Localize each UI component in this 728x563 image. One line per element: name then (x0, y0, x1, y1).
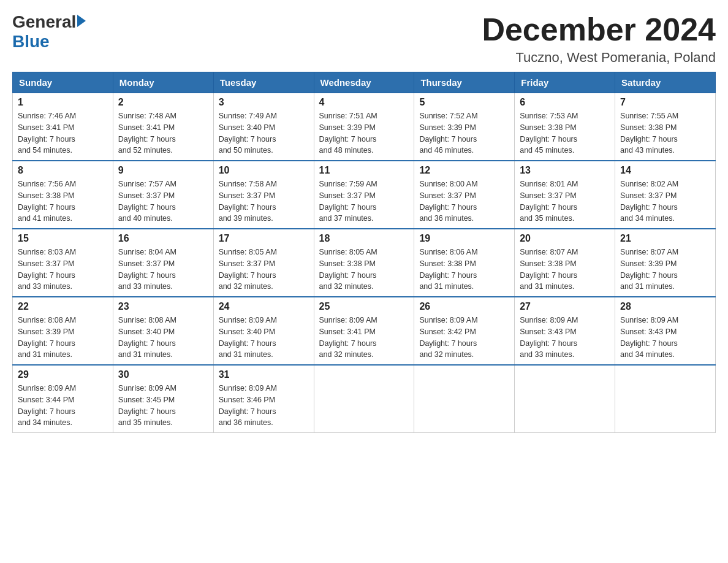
day-info: Sunrise: 8:02 AMSunset: 3:37 PMDaylight:… (620, 178, 710, 224)
calendar-cell: 7Sunrise: 7:55 AMSunset: 3:38 PMDaylight… (615, 93, 716, 161)
day-number: 15 (18, 233, 108, 244)
calendar-cell (314, 365, 414, 433)
day-info: Sunrise: 8:08 AMSunset: 3:39 PMDaylight:… (18, 315, 108, 361)
day-info: Sunrise: 8:05 AMSunset: 3:37 PMDaylight:… (219, 247, 309, 293)
calendar-cell: 12Sunrise: 8:00 AMSunset: 3:37 PMDayligh… (414, 161, 515, 229)
day-info: Sunrise: 8:00 AMSunset: 3:37 PMDaylight:… (419, 178, 509, 224)
calendar-cell: 11Sunrise: 7:59 AMSunset: 3:37 PMDayligh… (314, 161, 414, 229)
day-info: Sunrise: 7:48 AMSunset: 3:41 PMDaylight:… (118, 110, 208, 156)
calendar-cell: 14Sunrise: 8:02 AMSunset: 3:37 PMDayligh… (615, 161, 716, 229)
day-info: Sunrise: 8:09 AMSunset: 3:41 PMDaylight:… (319, 315, 409, 361)
calendar-header-row: SundayMondayTuesdayWednesdayThursdayFrid… (13, 72, 716, 93)
calendar-cell: 29Sunrise: 8:09 AMSunset: 3:44 PMDayligh… (13, 365, 113, 433)
day-number: 8 (18, 165, 108, 176)
day-number: 6 (520, 97, 610, 108)
page-header: General Blue December 2024 Tuczno, West … (12, 12, 716, 66)
calendar-cell (414, 365, 515, 433)
day-number: 3 (219, 97, 309, 108)
calendar-cell: 17Sunrise: 8:05 AMSunset: 3:37 PMDayligh… (213, 229, 314, 297)
day-info: Sunrise: 8:09 AMSunset: 3:43 PMDaylight:… (620, 315, 710, 361)
day-info: Sunrise: 7:51 AMSunset: 3:39 PMDaylight:… (319, 110, 409, 156)
month-title: December 2024 (482, 12, 716, 47)
calendar-header-friday: Friday (515, 72, 615, 93)
day-info: Sunrise: 7:59 AMSunset: 3:37 PMDaylight:… (319, 178, 409, 224)
day-info: Sunrise: 8:05 AMSunset: 3:38 PMDaylight:… (319, 247, 409, 293)
day-number: 24 (219, 301, 309, 312)
day-number: 22 (18, 301, 108, 312)
calendar-header-thursday: Thursday (414, 72, 515, 93)
calendar-week-row: 22Sunrise: 8:08 AMSunset: 3:39 PMDayligh… (13, 297, 716, 365)
day-info: Sunrise: 8:07 AMSunset: 3:38 PMDaylight:… (520, 247, 610, 293)
day-number: 13 (520, 165, 610, 176)
day-number: 7 (620, 97, 710, 108)
day-info: Sunrise: 7:52 AMSunset: 3:39 PMDaylight:… (419, 110, 509, 156)
calendar-cell (615, 365, 716, 433)
day-number: 11 (319, 165, 409, 176)
logo: General Blue (12, 12, 86, 52)
calendar-cell: 10Sunrise: 7:58 AMSunset: 3:37 PMDayligh… (213, 161, 314, 229)
calendar-week-row: 15Sunrise: 8:03 AMSunset: 3:37 PMDayligh… (13, 229, 716, 297)
day-number: 10 (219, 165, 309, 176)
day-number: 14 (620, 165, 710, 176)
day-number: 16 (118, 233, 208, 244)
day-number: 18 (319, 233, 409, 244)
calendar-cell: 27Sunrise: 8:09 AMSunset: 3:43 PMDayligh… (515, 297, 615, 365)
day-number: 26 (419, 301, 509, 312)
calendar-cell: 8Sunrise: 7:56 AMSunset: 3:38 PMDaylight… (13, 161, 113, 229)
calendar-cell: 1Sunrise: 7:46 AMSunset: 3:41 PMDaylight… (13, 93, 113, 161)
day-info: Sunrise: 8:09 AMSunset: 3:45 PMDaylight:… (118, 383, 208, 429)
calendar-cell: 13Sunrise: 8:01 AMSunset: 3:37 PMDayligh… (515, 161, 615, 229)
day-info: Sunrise: 7:46 AMSunset: 3:41 PMDaylight:… (18, 110, 108, 156)
day-number: 28 (620, 301, 710, 312)
calendar-cell: 18Sunrise: 8:05 AMSunset: 3:38 PMDayligh… (314, 229, 414, 297)
day-number: 9 (118, 165, 208, 176)
calendar-cell: 31Sunrise: 8:09 AMSunset: 3:46 PMDayligh… (213, 365, 314, 433)
day-number: 30 (118, 369, 208, 380)
day-number: 4 (319, 97, 409, 108)
calendar-header-wednesday: Wednesday (314, 72, 414, 93)
title-area: December 2024 Tuczno, West Pomerania, Po… (482, 12, 716, 66)
day-number: 12 (419, 165, 509, 176)
location-title: Tuczno, West Pomerania, Poland (482, 50, 716, 66)
day-info: Sunrise: 8:01 AMSunset: 3:37 PMDaylight:… (520, 178, 610, 224)
calendar-cell: 5Sunrise: 7:52 AMSunset: 3:39 PMDaylight… (414, 93, 515, 161)
day-number: 17 (219, 233, 309, 244)
calendar-header-tuesday: Tuesday (213, 72, 314, 93)
calendar-cell: 28Sunrise: 8:09 AMSunset: 3:43 PMDayligh… (615, 297, 716, 365)
day-info: Sunrise: 7:53 AMSunset: 3:38 PMDaylight:… (520, 110, 610, 156)
calendar-header-monday: Monday (113, 72, 213, 93)
calendar-cell: 3Sunrise: 7:49 AMSunset: 3:40 PMDaylight… (213, 93, 314, 161)
day-info: Sunrise: 7:49 AMSunset: 3:40 PMDaylight:… (219, 110, 309, 156)
calendar-cell: 24Sunrise: 8:09 AMSunset: 3:40 PMDayligh… (213, 297, 314, 365)
day-info: Sunrise: 7:57 AMSunset: 3:37 PMDaylight:… (118, 178, 208, 224)
calendar-cell: 19Sunrise: 8:06 AMSunset: 3:38 PMDayligh… (414, 229, 515, 297)
day-number: 23 (118, 301, 208, 312)
day-info: Sunrise: 7:55 AMSunset: 3:38 PMDaylight:… (620, 110, 710, 156)
calendar-cell: 22Sunrise: 8:08 AMSunset: 3:39 PMDayligh… (13, 297, 113, 365)
day-info: Sunrise: 8:09 AMSunset: 3:44 PMDaylight:… (18, 383, 108, 429)
calendar-cell: 21Sunrise: 8:07 AMSunset: 3:39 PMDayligh… (615, 229, 716, 297)
day-info: Sunrise: 8:09 AMSunset: 3:43 PMDaylight:… (520, 315, 610, 361)
day-number: 31 (219, 369, 309, 380)
calendar-cell: 30Sunrise: 8:09 AMSunset: 3:45 PMDayligh… (113, 365, 213, 433)
calendar-header-sunday: Sunday (13, 72, 113, 93)
calendar-table: SundayMondayTuesdayWednesdayThursdayFrid… (12, 72, 716, 433)
day-number: 29 (18, 369, 108, 380)
day-info: Sunrise: 8:04 AMSunset: 3:37 PMDaylight:… (118, 247, 208, 293)
calendar-cell: 25Sunrise: 8:09 AMSunset: 3:41 PMDayligh… (314, 297, 414, 365)
day-number: 25 (319, 301, 409, 312)
calendar-cell: 9Sunrise: 7:57 AMSunset: 3:37 PMDaylight… (113, 161, 213, 229)
day-info: Sunrise: 8:07 AMSunset: 3:39 PMDaylight:… (620, 247, 710, 293)
calendar-header-saturday: Saturday (615, 72, 716, 93)
logo-triangle-icon (77, 15, 86, 27)
calendar-cell: 26Sunrise: 8:09 AMSunset: 3:42 PMDayligh… (414, 297, 515, 365)
day-info: Sunrise: 7:56 AMSunset: 3:38 PMDaylight:… (18, 178, 108, 224)
calendar-cell: 4Sunrise: 7:51 AMSunset: 3:39 PMDaylight… (314, 93, 414, 161)
day-number: 21 (620, 233, 710, 244)
calendar-cell: 20Sunrise: 8:07 AMSunset: 3:38 PMDayligh… (515, 229, 615, 297)
calendar-cell: 23Sunrise: 8:08 AMSunset: 3:40 PMDayligh… (113, 297, 213, 365)
day-info: Sunrise: 8:03 AMSunset: 3:37 PMDaylight:… (18, 247, 108, 293)
calendar-week-row: 1Sunrise: 7:46 AMSunset: 3:41 PMDaylight… (13, 93, 716, 161)
calendar-cell: 2Sunrise: 7:48 AMSunset: 3:41 PMDaylight… (113, 93, 213, 161)
day-info: Sunrise: 7:58 AMSunset: 3:37 PMDaylight:… (219, 178, 309, 224)
